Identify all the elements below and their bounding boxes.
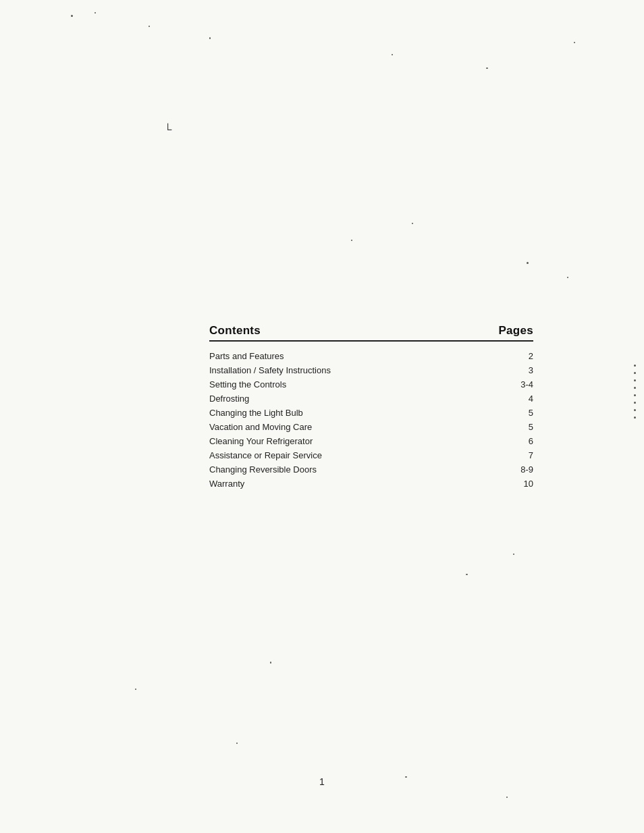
toc-row: Defrosting4 xyxy=(209,394,533,404)
speck xyxy=(95,12,96,14)
speck xyxy=(392,54,393,55)
toc-item-label-8: Changing Reversible Doors xyxy=(209,464,317,475)
toc-item-page-8: 8-9 xyxy=(513,464,533,475)
toc-row: Installation / Safety Instructions3 xyxy=(209,365,533,375)
mark-dot-2 xyxy=(634,372,636,374)
speck xyxy=(527,262,529,264)
speck xyxy=(574,42,575,43)
toc-row: Parts and Features2 xyxy=(209,351,533,361)
mark-dot-8 xyxy=(634,416,636,419)
toc-item-label-4: Changing the Light Bulb xyxy=(209,408,303,418)
speck xyxy=(351,240,352,241)
toc-item-label-6: Cleaning Your Refrigerator xyxy=(209,436,313,446)
page-number: 1 xyxy=(319,776,325,787)
mark-dot-6 xyxy=(634,402,636,404)
toc-row: Setting the Controls3-4 xyxy=(209,379,533,389)
toc-item-label-0: Parts and Features xyxy=(209,351,284,361)
toc-item-page-5: 5 xyxy=(513,422,533,432)
toc-row: Assistance or Repair Service7 xyxy=(209,450,533,460)
speck xyxy=(466,574,468,575)
mark-dot-5 xyxy=(634,394,636,396)
corner-bracket-mark: └ xyxy=(164,124,171,136)
toc-row: Changing Reversible Doors8-9 xyxy=(209,464,533,475)
mark-dot-1 xyxy=(634,365,636,367)
toc-row: Cleaning Your Refrigerator6 xyxy=(209,436,533,446)
speck xyxy=(513,554,514,555)
toc-item-page-7: 7 xyxy=(513,450,533,460)
speck xyxy=(412,223,413,224)
toc-item-label-9: Warranty xyxy=(209,479,244,489)
toc-item-label-1: Installation / Safety Instructions xyxy=(209,365,331,375)
document-page: └ Contents Pages Parts and Features2Inst… xyxy=(0,0,644,833)
toc-item-label-7: Assistance or Repair Service xyxy=(209,450,322,460)
mark-dot-3 xyxy=(634,379,636,381)
toc-item-label-2: Setting the Controls xyxy=(209,379,286,389)
toc-pages-label: Pages xyxy=(498,324,533,338)
toc-item-label-3: Defrosting xyxy=(209,394,249,404)
toc-header: Contents Pages xyxy=(209,324,533,342)
toc-item-page-1: 3 xyxy=(513,365,533,375)
toc-item-page-6: 6 xyxy=(513,436,533,446)
toc-item-page-4: 5 xyxy=(513,408,533,418)
speck xyxy=(270,662,271,664)
speck xyxy=(209,37,211,39)
toc-rows: Parts and Features2Installation / Safety… xyxy=(209,351,533,489)
speck xyxy=(149,26,150,27)
right-edge-marks xyxy=(634,365,636,419)
toc-item-page-0: 2 xyxy=(513,351,533,361)
toc-item-page-2: 3-4 xyxy=(513,379,533,389)
speck xyxy=(71,15,73,17)
toc-row: Vacation and Moving Care5 xyxy=(209,422,533,432)
speck xyxy=(506,797,508,798)
speck xyxy=(236,743,238,744)
toc-row: Warranty10 xyxy=(209,479,533,489)
speck xyxy=(405,776,407,778)
table-of-contents: Contents Pages Parts and Features2Instal… xyxy=(209,324,533,493)
speck xyxy=(486,68,488,69)
mark-dot-7 xyxy=(634,409,636,411)
speck xyxy=(567,277,568,278)
toc-item-label-5: Vacation and Moving Care xyxy=(209,422,312,432)
toc-item-page-3: 4 xyxy=(513,394,533,404)
toc-row: Changing the Light Bulb5 xyxy=(209,408,533,418)
speck xyxy=(135,689,136,690)
toc-title: Contents xyxy=(209,324,261,338)
mark-dot-4 xyxy=(634,387,636,389)
toc-item-page-9: 10 xyxy=(513,479,533,489)
